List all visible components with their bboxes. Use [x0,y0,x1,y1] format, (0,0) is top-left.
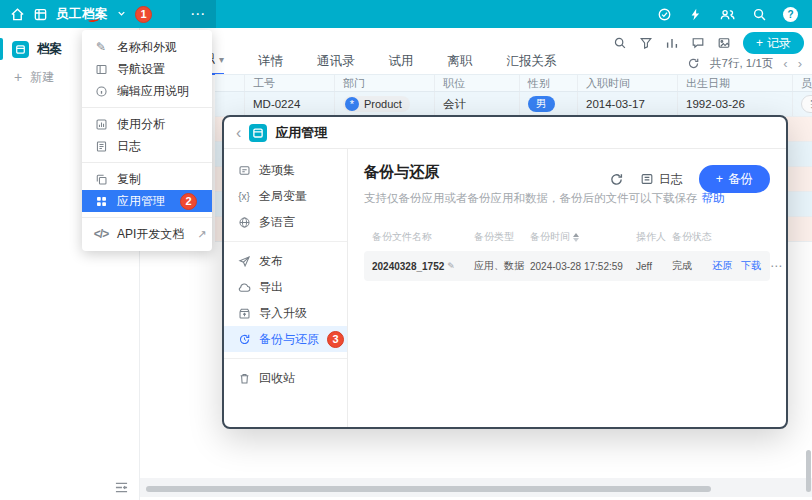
menu-item-api-docs[interactable]: </> API开发文档 ↗ [82,223,212,245]
panel-description: 支持仅备份应用或者备份应用和数据，备份后的文件可以下载保存帮助 [364,191,770,206]
prev-page-icon[interactable]: ‹ [783,56,787,71]
variable-icon: {x} [237,191,251,202]
col-header-birth-date[interactable]: 出生日期 [678,75,793,91]
cell-dept[interactable]: * Product [335,92,435,116]
help-icon[interactable]: ? [783,7,798,22]
filter-icon[interactable] [639,36,653,50]
download-link[interactable]: 下载 [741,259,761,273]
modal-nav-languages[interactable]: 多语言 [224,209,347,235]
refresh-icon[interactable] [687,57,700,70]
modal-nav-import-upgrade[interactable]: 导入升级 [224,300,347,326]
more-actions-icon[interactable]: ⋯ [770,259,782,273]
modal-nav-label: 全局变量 [259,188,307,205]
archive-app-icon [12,41,29,58]
check-circle-icon[interactable] [657,7,672,22]
col-header-position[interactable]: 职位 [435,75,520,91]
home-icon[interactable] [10,7,25,22]
refresh-icon[interactable] [609,172,624,187]
sort-icon[interactable] [573,233,579,242]
horizontal-scrollbar[interactable] [146,486,711,492]
search-rows-icon[interactable] [613,36,627,50]
menu-item-label: 复制 [117,171,141,188]
add-record-button[interactable]: + 记录 [743,32,804,54]
external-link-icon: ↗ [197,228,206,241]
log-button-label: 日志 [659,171,683,188]
cell-id[interactable]: MD-0224 [245,92,335,116]
add-backup-button[interactable]: + 备份 [699,165,770,193]
modal-nav-label: 导入升级 [259,305,307,322]
modal-nav-option-sets[interactable]: 选项集 [224,157,347,183]
gallery-icon[interactable] [717,36,731,50]
next-page-icon[interactable]: › [798,56,802,71]
cell-status[interactable]: 实习 [793,92,812,116]
col-header-status[interactable]: 员工状态 [793,75,812,91]
modal-nav-export[interactable]: 导出 [224,274,347,300]
members-icon[interactable] [719,7,736,22]
backup-restore-panel: 备份与还原 支持仅备份应用或者备份应用和数据，备份后的文件可以下载保存帮助 日志 [348,149,786,427]
backup-log-button[interactable]: 日志 [640,171,683,188]
menu-item-logs[interactable]: 日志 [82,135,212,157]
modal-nav-label: 多语言 [259,214,295,231]
menu-item-edit-description[interactable]: 编辑应用说明 [82,80,212,102]
backup-table-header: 备份文件名称 备份类型 备份时间 操作人 备份状态 [364,230,770,244]
col-header-dept[interactable]: 部门 [335,75,435,91]
cell-birth-date[interactable]: 1992-03-26 [678,92,793,116]
automation-bolt-icon[interactable] [688,7,703,22]
cell-position[interactable]: 会计 [435,92,520,116]
tab-departed[interactable]: 离职 [448,53,473,75]
tab-details[interactable]: 详情 [258,53,283,75]
col-backup-time[interactable]: 备份时间 [530,230,630,244]
menu-item-duplicate[interactable]: 复制 [82,168,212,190]
col-header-gender[interactable]: 性别 [520,75,578,91]
search-icon[interactable] [752,7,767,22]
info-icon [94,85,108,98]
menu-item-app-management[interactable]: 应用管理 2 [82,190,212,212]
backup-table: 备份文件名称 备份类型 备份时间 操作人 备份状态 20240328_1752 … [364,230,770,281]
app-window: 员工档案 1 ⋯ ? [0,0,812,500]
topbar-right-icons: ? [657,7,812,22]
modal-nav-recycle-bin[interactable]: 回收站 [224,365,347,391]
app-grid-icon [94,195,108,208]
modal-nav-backup-restore[interactable]: 备份与还原 3 [224,326,347,352]
restore-link[interactable]: 还原 [712,259,732,273]
menu-item-label: 应用管理 [117,193,165,210]
edit-pencil-icon[interactable]: ✎ [447,261,455,271]
table-row[interactable]: MD-0224 * Product 会计 男 2014-03-17 1992-0… [215,92,812,117]
package-icon [237,307,251,320]
comment-icon[interactable] [691,36,705,50]
col-header-id[interactable]: 工号 [245,75,335,91]
menu-item-navigation[interactable]: 导航设置 [82,58,212,80]
chart-icon[interactable] [665,36,679,50]
cell-hire-date[interactable]: 2014-03-17 [578,92,678,116]
annotation-badge-2: 2 [180,193,197,210]
menu-item-analytics[interactable]: 使用分析 [82,113,212,135]
menu-item-name-appearance[interactable]: ✎ 名称和外观 [82,36,212,58]
chevron-down-icon[interactable] [116,8,127,19]
backup-restore-icon [237,333,251,346]
cell-gender[interactable]: 男 [520,92,578,116]
vertical-scrollbar[interactable] [806,450,811,492]
col-header-hire-date[interactable]: 入职时间 [578,75,678,91]
backup-type-cell: 应用、数据 [474,259,524,273]
col-backup-time-label: 备份时间 [530,231,570,242]
tab-contacts[interactable]: 通讯录 [317,53,355,75]
col-operator: 操作人 [636,230,666,244]
back-icon[interactable]: ‹ [236,125,241,141]
app-title[interactable]: 员工档案 [56,6,108,23]
modal-nav-publish[interactable]: 发布 [224,248,347,274]
menu-item-label: 导航设置 [117,61,165,78]
globe-icon [237,216,251,229]
more-options-button[interactable]: ⋯ [180,0,216,28]
collapse-sidebar-icon[interactable] [114,481,129,494]
tab-reporting[interactable]: 汇报关系 [507,53,557,75]
backup-row[interactable]: 20240328_1752 ✎ 应用、数据 2024-03-28 17:52:5… [364,251,770,281]
backup-name[interactable]: 20240328_1752 [372,261,444,272]
modal-nav-label: 导出 [259,279,283,296]
app-options-menu: ✎ 名称和外观 导航设置 编辑应用说明 使用分析 日志 [82,30,212,251]
active-indicator [0,38,3,60]
tab-probation[interactable]: 试用 [389,53,414,75]
help-link[interactable]: 帮助 [702,192,725,204]
modal-nav-global-vars[interactable]: {x} 全局变量 [224,183,347,209]
pagination: 共7行, 1/1页 ‹ › [687,56,802,71]
col-backup-type: 备份类型 [474,230,524,244]
